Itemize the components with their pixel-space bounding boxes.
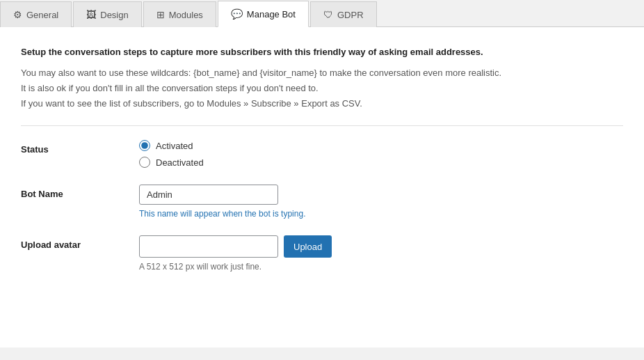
bot-name-label: Bot Name: [21, 185, 139, 199]
upload-avatar-control: Upload A 512 x 512 px will work just fin…: [139, 235, 623, 272]
info-line2: It is also ok if you don't fill in all t…: [21, 81, 623, 96]
tab-manage-bot-label: Manage Bot: [247, 9, 296, 19]
manage-bot-icon: 💬: [231, 8, 243, 19]
tab-modules[interactable]: ⊞ Modules: [143, 1, 216, 27]
bot-name-hint: This name will appear when the bot is ty…: [139, 209, 623, 219]
bot-name-control: This name will appear when the bot is ty…: [139, 185, 623, 219]
status-row: Status Activated Deactivated: [21, 140, 623, 168]
upload-row: Upload: [139, 235, 623, 258]
status-control: Activated Deactivated: [139, 140, 623, 168]
design-icon: 🖼: [86, 9, 96, 20]
tab-design[interactable]: 🖼 Design: [73, 1, 141, 27]
gdpr-icon: 🛡: [323, 9, 333, 20]
modules-icon: ⊞: [156, 9, 165, 20]
info-bold-text: Setup the conversation steps to capture …: [21, 47, 623, 57]
tab-gdpr-label: GDPR: [337, 10, 364, 20]
tab-general-label: General: [26, 10, 58, 20]
bot-name-row: Bot Name This name will appear when the …: [21, 185, 623, 219]
tabs-bar: ⚙ General 🖼 Design ⊞ Modules 💬 Manage Bo…: [0, 0, 644, 27]
tab-manage-bot[interactable]: 💬 Manage Bot: [218, 1, 309, 27]
info-line1: You may also want to use these wildcards…: [21, 65, 623, 81]
tab-design-label: Design: [100, 10, 128, 20]
radio-deactivated-label: Deactivated: [156, 157, 204, 168]
tab-general[interactable]: ⚙ General: [0, 1, 72, 27]
upload-button[interactable]: Upload: [284, 235, 332, 258]
radio-activated-input[interactable]: [139, 140, 150, 151]
upload-avatar-hint: A 512 x 512 px will work just fine.: [139, 262, 623, 272]
radio-activated[interactable]: Activated: [139, 140, 623, 151]
radio-deactivated-input[interactable]: [139, 157, 150, 168]
upload-avatar-row: Upload avatar Upload A 512 x 512 px will…: [21, 235, 623, 272]
divider: [21, 125, 623, 126]
bot-name-input[interactable]: [139, 185, 278, 205]
general-icon: ⚙: [13, 9, 22, 20]
upload-path-input[interactable]: [139, 235, 278, 258]
content-area: Setup the conversation steps to capture …: [0, 27, 644, 347]
upload-avatar-label: Upload avatar: [21, 235, 139, 250]
info-line3: If you want to see the list of subscribe…: [21, 96, 623, 111]
radio-deactivated[interactable]: Deactivated: [139, 157, 623, 168]
radio-activated-label: Activated: [156, 141, 193, 151]
info-box: Setup the conversation steps to capture …: [21, 47, 623, 111]
tab-gdpr[interactable]: 🛡 GDPR: [310, 1, 377, 27]
tab-modules-label: Modules: [169, 10, 203, 20]
status-label: Status: [21, 140, 139, 155]
radio-group: Activated Deactivated: [139, 140, 623, 168]
